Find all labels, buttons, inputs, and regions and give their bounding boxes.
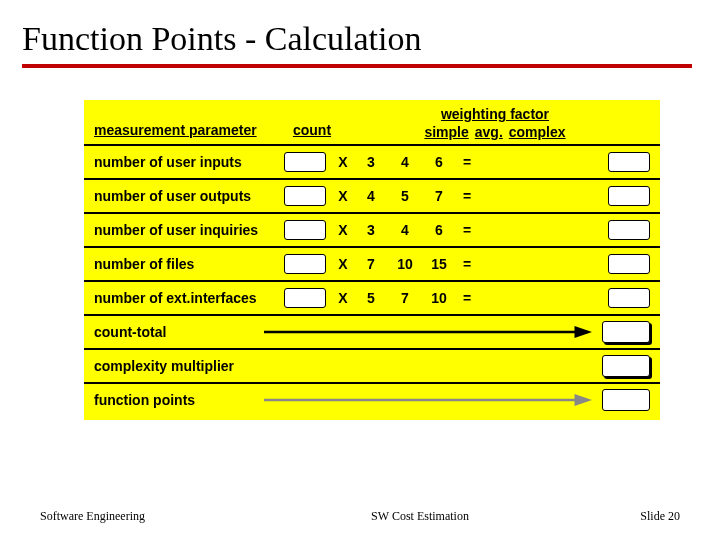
table-row: number of user outputs X 4 5 7 = xyxy=(84,180,660,214)
complexity-multiplier-label: complexity multiplier xyxy=(94,358,264,374)
multiply-symbol: X xyxy=(332,188,354,204)
table-row: number of user inquiries X 3 4 6 = xyxy=(84,214,660,248)
function-points-box xyxy=(602,389,650,411)
table-row: number of ext.interfaces X 5 7 10 = xyxy=(84,282,660,316)
svg-marker-1 xyxy=(575,326,592,338)
weight-simple: 3 xyxy=(354,222,388,238)
header-count: count xyxy=(284,122,340,140)
count-total-row: count-total xyxy=(84,316,660,350)
weight-simple: 7 xyxy=(354,256,388,272)
result-box xyxy=(608,220,650,240)
multiply-symbol: X xyxy=(332,222,354,238)
weight-simple: 5 xyxy=(354,290,388,306)
result-box xyxy=(608,288,650,308)
weight-complex: 10 xyxy=(422,290,456,306)
equals-symbol: = xyxy=(456,256,478,272)
weight-avg: 4 xyxy=(388,222,422,238)
header-weighting-factor: weighting factor simple avg. complex xyxy=(340,106,650,140)
header-parameter: measurement parameter xyxy=(94,122,284,140)
title-underline xyxy=(22,64,692,68)
multiply-symbol: X xyxy=(332,256,354,272)
footer-center: SW Cost Estimation xyxy=(230,509,610,524)
param-label: number of files xyxy=(94,256,284,272)
count-input-box xyxy=(284,152,326,172)
svg-marker-3 xyxy=(575,394,592,406)
multiply-symbol: X xyxy=(332,154,354,170)
count-input-box xyxy=(284,186,326,206)
weight-simple: 4 xyxy=(354,188,388,204)
function-points-row: function points xyxy=(84,384,660,416)
count-input-box xyxy=(284,254,326,274)
complexity-multiplier-box xyxy=(602,355,650,377)
count-total-box xyxy=(602,321,650,343)
header-wf-group: weighting factor xyxy=(340,106,650,122)
equals-symbol: = xyxy=(456,290,478,306)
footer-left: Software Engineering xyxy=(0,509,230,524)
function-points-label: function points xyxy=(94,392,264,408)
header-simple: simple xyxy=(424,124,468,140)
arrow-right-icon xyxy=(264,325,592,339)
param-label: number of user outputs xyxy=(94,188,284,204)
count-total-label: count-total xyxy=(94,324,264,340)
weight-avg: 5 xyxy=(388,188,422,204)
multiply-symbol: X xyxy=(332,290,354,306)
table-row: number of files X 7 10 15 = xyxy=(84,248,660,282)
header-complex: complex xyxy=(509,124,566,140)
footer-right: Slide 20 xyxy=(610,509,720,524)
weight-avg: 7 xyxy=(388,290,422,306)
weight-simple: 3 xyxy=(354,154,388,170)
arrow-right-icon xyxy=(264,393,592,407)
slide-title: Function Points - Calculation xyxy=(0,0,720,64)
weight-avg: 4 xyxy=(388,154,422,170)
result-box xyxy=(608,152,650,172)
complexity-multiplier-row: complexity multiplier xyxy=(84,350,660,384)
param-label: number of ext.interfaces xyxy=(94,290,284,306)
result-box xyxy=(608,186,650,206)
weight-complex: 15 xyxy=(422,256,456,272)
param-label: number of user inquiries xyxy=(94,222,284,238)
count-input-box xyxy=(284,288,326,308)
table-header-row: measurement parameter count weighting fa… xyxy=(84,100,660,146)
param-label: number of user inputs xyxy=(94,154,284,170)
weight-complex: 6 xyxy=(422,222,456,238)
weight-complex: 6 xyxy=(422,154,456,170)
weight-avg: 10 xyxy=(388,256,422,272)
equals-symbol: = xyxy=(456,188,478,204)
equals-symbol: = xyxy=(456,222,478,238)
table-row: number of user inputs X 3 4 6 = xyxy=(84,146,660,180)
result-box xyxy=(608,254,650,274)
equals-symbol: = xyxy=(456,154,478,170)
function-points-table: measurement parameter count weighting fa… xyxy=(84,100,660,420)
slide-footer: Software Engineering SW Cost Estimation … xyxy=(0,509,720,524)
count-input-box xyxy=(284,220,326,240)
weight-complex: 7 xyxy=(422,188,456,204)
header-avg: avg. xyxy=(475,124,503,140)
